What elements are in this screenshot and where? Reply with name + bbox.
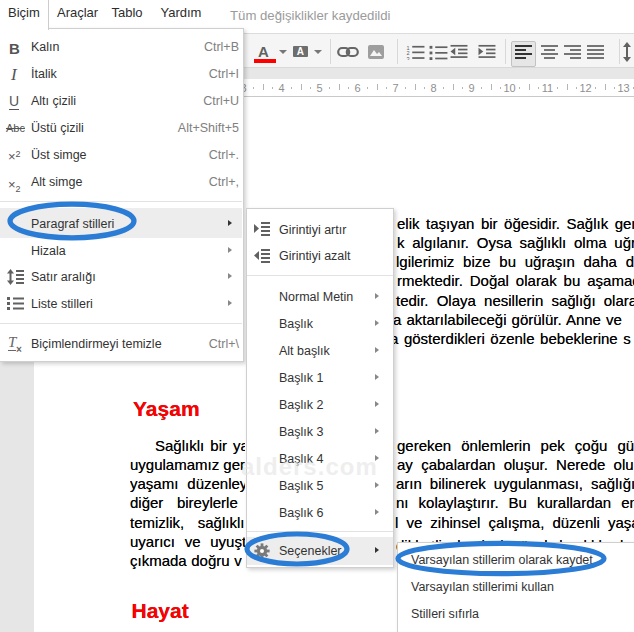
svg-text:3: 3 bbox=[407, 56, 410, 60]
